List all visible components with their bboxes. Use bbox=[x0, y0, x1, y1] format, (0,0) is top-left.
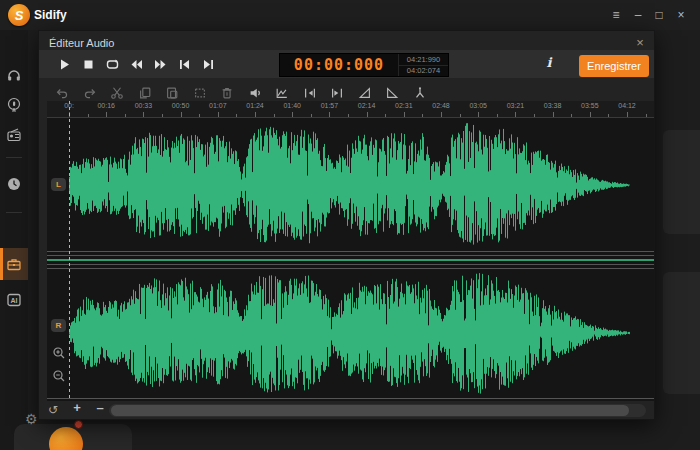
skip-start-button[interactable] bbox=[178, 58, 191, 71]
zoom-in-horizontal-button[interactable]: + bbox=[69, 400, 85, 416]
ruler-tick bbox=[181, 112, 182, 117]
zoom-out-horizontal-button[interactable]: – bbox=[92, 400, 108, 416]
fast-forward-button[interactable] bbox=[154, 58, 167, 71]
notification-dot bbox=[74, 420, 83, 429]
rewind-button[interactable] bbox=[130, 58, 143, 71]
paste-button[interactable] bbox=[165, 86, 179, 100]
time-display: 00:00:000 04:21:990 04:02:074 bbox=[279, 53, 449, 77]
ruler-label: 02:14 bbox=[358, 102, 376, 109]
settings-gear-icon[interactable]: ⚙ bbox=[25, 411, 38, 427]
ruler-label: 03:05 bbox=[469, 102, 487, 109]
sidify-logo-icon: S bbox=[8, 4, 30, 26]
zoom-in-button[interactable] bbox=[52, 346, 66, 360]
ruler-tick bbox=[497, 114, 498, 117]
channel-divider-line bbox=[47, 255, 654, 256]
sidebar-item-tools[interactable] bbox=[0, 248, 28, 280]
ruler-label: 00:33 bbox=[135, 102, 153, 109]
ruler-tick bbox=[404, 112, 405, 117]
close-window-button[interactable]: × bbox=[672, 7, 690, 23]
play-icon bbox=[58, 58, 71, 71]
ruler-tick bbox=[106, 112, 107, 117]
menu-icon[interactable]: ≡ bbox=[607, 7, 625, 23]
ruler-tick bbox=[441, 112, 442, 117]
selection-icon bbox=[193, 86, 207, 100]
secondary-duration: 04:02:074 bbox=[399, 66, 448, 77]
fade-out-icon bbox=[385, 86, 399, 100]
waveform-left-channel[interactable] bbox=[47, 119, 654, 251]
ruler-label: 01:24 bbox=[246, 102, 264, 109]
copy-button[interactable] bbox=[138, 86, 152, 100]
stop-button[interactable] bbox=[82, 58, 95, 71]
cut-button[interactable] bbox=[110, 86, 124, 100]
sidebar-item-headphones[interactable] bbox=[0, 61, 28, 89]
play-button[interactable] bbox=[58, 58, 71, 71]
total-duration: 04:21:990 bbox=[399, 54, 448, 66]
ruler-label: 03:38 bbox=[544, 102, 562, 109]
clock-icon bbox=[6, 176, 22, 192]
save-button[interactable]: Enregistrer bbox=[579, 55, 649, 77]
undo-icon bbox=[55, 86, 69, 100]
dialog-title: Éditeur Audio bbox=[49, 37, 114, 49]
horizontal-scrollbar[interactable] bbox=[109, 404, 646, 417]
ruler-tick bbox=[422, 114, 423, 117]
timeline-ruler[interactable]: 00:00:1600:3300:5001:0701:2401:4001:5702… bbox=[47, 101, 654, 118]
trash-icon bbox=[220, 86, 234, 100]
skip-end-button[interactable] bbox=[202, 58, 215, 71]
copy-icon bbox=[138, 86, 152, 100]
ruler-label: 02:31 bbox=[395, 102, 413, 109]
ruler-label: 00:50 bbox=[172, 102, 190, 109]
select-region-button[interactable] bbox=[193, 86, 207, 100]
trim-end-button[interactable] bbox=[330, 86, 344, 100]
minimize-button[interactable]: – bbox=[629, 7, 647, 23]
ruler-label: 01:40 bbox=[283, 102, 301, 109]
playhead[interactable] bbox=[69, 101, 70, 399]
ruler-tick bbox=[88, 114, 89, 117]
ruler-tick bbox=[236, 114, 237, 117]
sidebar-item-podcast[interactable] bbox=[0, 91, 28, 119]
sidebar-item-ai[interactable]: AI bbox=[0, 286, 28, 314]
redo-icon bbox=[83, 86, 97, 100]
undo-button[interactable] bbox=[55, 86, 69, 100]
volume-button[interactable] bbox=[248, 86, 262, 100]
ruler-label: 01:57 bbox=[321, 102, 339, 109]
info-icon[interactable]: i bbox=[542, 55, 556, 73]
split-button[interactable] bbox=[413, 86, 427, 100]
envelope-icon bbox=[275, 86, 289, 100]
close-dialog-button[interactable]: × bbox=[632, 35, 648, 51]
sidebar: AI bbox=[0, 30, 28, 450]
sidebar-item-radio[interactable] bbox=[0, 121, 28, 149]
loop-button[interactable] bbox=[106, 58, 119, 71]
maximize-button[interactable]: □ bbox=[650, 7, 668, 23]
fade-out-button[interactable] bbox=[385, 86, 399, 100]
fade-in-icon bbox=[358, 86, 372, 100]
redo-button[interactable] bbox=[83, 86, 97, 100]
delete-button[interactable] bbox=[220, 86, 234, 100]
background-panel bbox=[663, 130, 700, 234]
ruler-tick bbox=[367, 112, 368, 117]
fade-in-button[interactable] bbox=[358, 86, 372, 100]
channel-divider-line bbox=[47, 398, 654, 399]
ruler-tick bbox=[218, 112, 219, 117]
ruler-tick bbox=[478, 112, 479, 117]
scrollbar-thumb[interactable] bbox=[111, 405, 629, 416]
app-title: Sidify bbox=[34, 8, 67, 22]
svg-text:AI: AI bbox=[11, 297, 18, 304]
zoom-out-icon bbox=[52, 369, 66, 383]
rewind-icon bbox=[130, 58, 143, 71]
waveform-right-channel[interactable] bbox=[47, 268, 654, 398]
sidebar-item-history[interactable] bbox=[0, 170, 28, 198]
ruler-tick bbox=[311, 114, 312, 117]
ruler-tick bbox=[608, 114, 609, 117]
reset-zoom-button[interactable]: ↺ bbox=[45, 402, 61, 418]
ruler-tick bbox=[534, 114, 535, 117]
left-channel-badge: L bbox=[51, 178, 66, 191]
ruler-tick bbox=[627, 112, 628, 117]
envelope-button[interactable] bbox=[275, 86, 289, 100]
zoom-out-button[interactable] bbox=[52, 369, 66, 383]
ruler-tick bbox=[292, 112, 293, 117]
ai-icon: AI bbox=[6, 292, 22, 308]
ruler-label: 02:48 bbox=[432, 102, 450, 109]
trim-start-button[interactable] bbox=[303, 86, 317, 100]
speaker-icon bbox=[248, 86, 262, 100]
podcast-icon bbox=[6, 97, 22, 113]
